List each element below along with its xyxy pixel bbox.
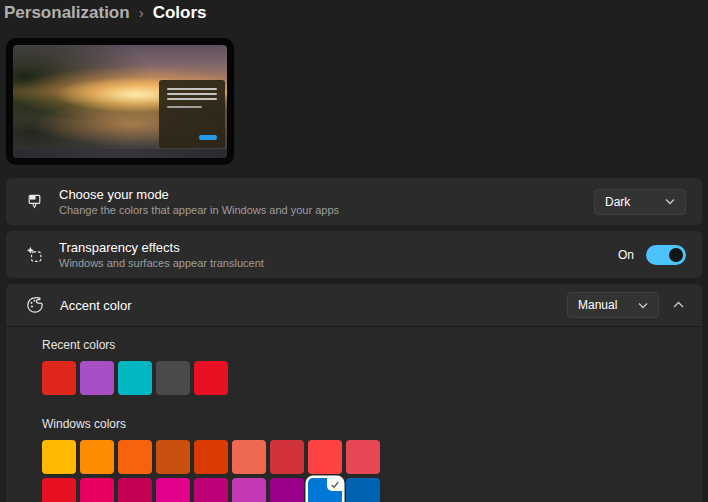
transparency-icon: [26, 246, 43, 263]
mode-icon: [26, 193, 43, 210]
color-swatch[interactable]: [308, 478, 342, 502]
breadcrumb: Personalization › Colors: [0, 0, 708, 24]
color-swatch[interactable]: [232, 440, 266, 474]
breadcrumb-parent[interactable]: Personalization: [4, 3, 130, 23]
chevron-down-icon: [638, 302, 648, 309]
accent-title: Accent color: [60, 298, 132, 313]
preview-accent-button: [199, 135, 217, 140]
color-swatch[interactable]: [156, 440, 190, 474]
preview-text-line: [167, 88, 217, 90]
setting-card-accent-color: Accent color Manual Recent colors Window…: [6, 284, 702, 502]
windows-colors-row: [42, 440, 702, 474]
color-swatch[interactable]: [346, 478, 380, 502]
color-swatch[interactable]: [80, 478, 114, 502]
theme-preview: [6, 38, 234, 165]
chevron-up-icon: [673, 301, 684, 309]
preview-text-line: [167, 93, 217, 95]
transparency-title: Transparency effects: [59, 240, 264, 255]
color-swatch[interactable]: [156, 361, 190, 395]
preview-dialog: [159, 80, 225, 148]
selected-check-icon: [327, 478, 342, 491]
transparency-toggle[interactable]: [646, 245, 686, 265]
color-swatch[interactable]: [42, 478, 76, 502]
color-swatch[interactable]: [194, 478, 228, 502]
toggle-knob: [669, 248, 683, 262]
collapse-section-button[interactable]: [671, 297, 686, 313]
mode-dropdown[interactable]: Dark: [594, 189, 686, 215]
color-swatch[interactable]: [194, 361, 228, 395]
accent-mode-value: Manual: [578, 298, 617, 312]
toggle-state-label: On: [618, 248, 634, 262]
color-swatch[interactable]: [42, 440, 76, 474]
accent-color-body: Recent colors Windows colors: [6, 326, 702, 502]
chevron-down-icon: [665, 198, 675, 205]
mode-title: Choose your mode: [59, 187, 339, 202]
setting-row-transparency: Transparency effects Windows and surface…: [6, 231, 702, 278]
windows-colors-grid: [42, 440, 702, 502]
windows-colors-label: Windows colors: [42, 417, 702, 431]
preview-text-line: [167, 98, 217, 100]
color-swatch[interactable]: [346, 440, 380, 474]
wallpaper-preview: [13, 45, 227, 158]
windows-colors-row: [42, 478, 702, 502]
mode-dropdown-value: Dark: [605, 195, 630, 209]
color-swatch[interactable]: [270, 478, 304, 502]
color-swatch[interactable]: [308, 440, 342, 474]
color-swatch[interactable]: [42, 361, 76, 395]
color-swatch[interactable]: [194, 440, 228, 474]
preview-taskbar: [13, 149, 227, 158]
palette-icon: [26, 296, 44, 314]
color-swatch[interactable]: [156, 478, 190, 502]
recent-colors-grid: [42, 361, 702, 395]
mode-subtitle: Change the colors that appear in Windows…: [59, 204, 339, 216]
color-swatch[interactable]: [118, 361, 152, 395]
color-swatch[interactable]: [118, 478, 152, 502]
color-swatch[interactable]: [118, 440, 152, 474]
breadcrumb-separator-icon: ›: [139, 4, 144, 23]
accent-mode-dropdown[interactable]: Manual: [567, 292, 659, 318]
color-swatch[interactable]: [232, 478, 266, 502]
page-title: Colors: [153, 3, 207, 23]
recent-colors-label: Recent colors: [42, 338, 702, 352]
preview-text-line: [167, 106, 202, 108]
color-swatch[interactable]: [80, 440, 114, 474]
accent-color-header[interactable]: Accent color Manual: [6, 284, 702, 326]
color-swatch[interactable]: [80, 361, 114, 395]
setting-row-mode: Choose your mode Change the colors that …: [6, 178, 702, 225]
transparency-subtitle: Windows and surfaces appear translucent: [59, 257, 264, 269]
color-swatch[interactable]: [270, 440, 304, 474]
